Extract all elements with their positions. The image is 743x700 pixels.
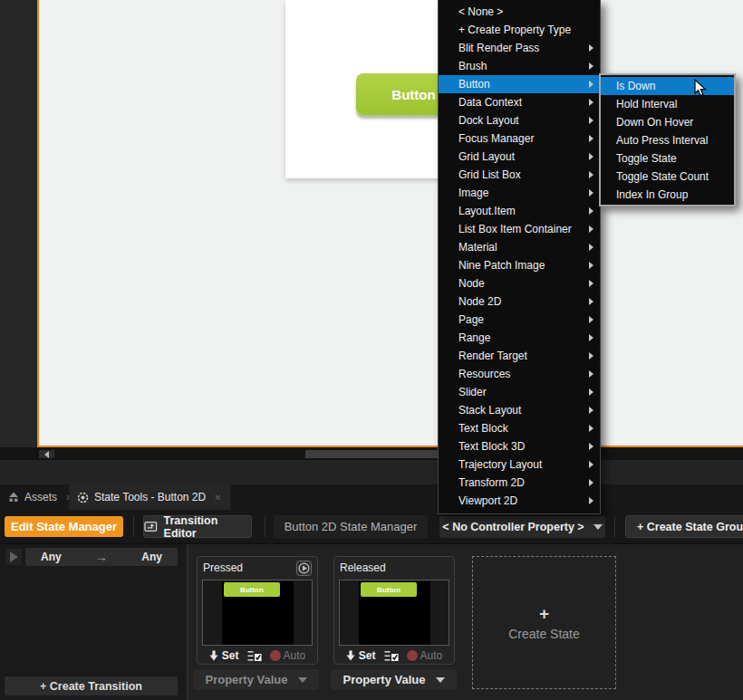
menu-item-blit-render-pass[interactable]: Blit Render Pass [439,39,600,57]
scroll-left-button[interactable] [39,450,54,458]
submenu-item-is-down[interactable]: Is Down [601,77,734,95]
property-value-label: Property Value [205,673,287,686]
transition-editor-icon [144,521,158,532]
submenu-item-hold-interval[interactable]: Hold Interval [601,95,734,113]
auto-toggle[interactable]: Auto [407,649,443,662]
transition-arrow-icon: → [95,550,108,564]
submenu-arrow-icon [589,225,593,233]
play-transition-button[interactable] [5,549,22,565]
menu-item-label: Range [458,331,490,344]
property-value-dropdown-pressed[interactable]: Property Value [193,669,319,690]
submenu-item-toggle-state[interactable]: Toggle State [601,149,734,168]
submenu-arrow-icon [589,425,593,432]
set-button[interactable]: Set [346,649,376,662]
menu-item-stack-layout[interactable]: Stack Layout [439,401,600,419]
property-type-menu: < None >+ Create Property TypeBlit Rende… [438,0,601,514]
state-pressed-preview: Button [202,580,313,646]
tab-assets-label: Assets [24,491,57,503]
set-button[interactable]: Set [209,649,239,662]
preview-button-label: Button [240,586,264,594]
menu-item-label: Viewport 2D [458,494,517,507]
submenu-item-auto-press-interval[interactable]: Auto Press Interval [601,131,734,149]
edit-state-manager-button[interactable]: Edit State Manager [5,516,123,537]
menu-item-viewport-2d[interactable]: Viewport 2D [439,492,600,510]
menu-item-focus-manager[interactable]: Focus Manager [439,129,600,148]
controller-property-dropdown[interactable]: < No Controller Property > [439,516,605,538]
state-tools-icon [77,492,89,503]
create-state-label: Create State [508,627,580,641]
property-value-dropdown-released[interactable]: Property Value [331,669,457,690]
menu-item-dock-layout[interactable]: Dock Layout [439,111,600,129]
toolbar-separator [265,516,265,537]
menu-item-nine-patch-image[interactable]: Nine Patch Image [439,256,600,274]
menu-item-create-property-type[interactable]: + Create Property Type [439,21,600,39]
menu-item-grid-layout[interactable]: Grid Layout [439,148,600,166]
menu-item-page[interactable]: Page [439,311,600,329]
menu-item-node-2d[interactable]: Node 2D [439,292,600,311]
mouse-cursor [694,79,708,98]
state-card-pressed-header: Pressed [198,557,317,579]
menu-item-transform-2d[interactable]: Transform 2D [439,474,600,492]
submenu-item-label: Auto Press Interval [616,134,708,147]
submenu-arrow-icon [589,81,593,88]
state-card-pressed[interactable]: Pressed Button Se [197,556,318,665]
auto-toggle[interactable]: Auto [270,649,306,662]
submenu-item-label: Is Down [616,80,655,92]
submenu-arrow-icon [589,407,593,414]
menu-item-text-block[interactable]: Text Block [439,419,600,437]
set-arrow-down-icon [346,650,355,661]
submenu-arrow-icon [589,117,593,124]
menu-item-range[interactable]: Range [439,329,600,347]
menu-item-label: + Create Property Type [458,24,571,36]
menu-item-slider[interactable]: Slider [439,383,600,401]
create-state-button[interactable]: + Create State [472,556,616,689]
menu-item-data-context[interactable]: Data Context [439,93,600,111]
menu-item-trajectory-layout[interactable]: Trajectory Layout [439,455,600,474]
menu-item-label: Grid List Box [458,168,521,181]
edit-properties-icon[interactable] [247,650,262,662]
bottom-tab-bar: Assets ✕ State Tools - Button 2D ✕ [0,484,743,510]
menu-item-resources[interactable]: Resources [439,365,600,383]
menu-item-grid-list-box[interactable]: Grid List Box [439,166,600,184]
edit-properties-icon[interactable] [384,650,399,662]
submenu-item-label: Toggle State [616,152,677,165]
menu-item-brush[interactable]: Brush [439,57,600,75]
transition-editor-button[interactable]: Transition Editor [143,515,252,538]
menu-item-image[interactable]: Image [439,184,600,202]
tab-state-tools[interactable]: State Tools - Button 2D ✕ [69,484,230,510]
menu-item-label: Page [458,313,484,326]
auto-label: Auto [420,649,443,662]
menu-item-label: Transform 2D [458,476,525,489]
scroll-left-icon [44,451,49,458]
submenu-arrow-icon [589,370,593,378]
menu-item-label: Dock Layout [458,114,519,127]
create-transition-button[interactable]: + Create Transition [5,676,178,695]
submenu-item-label: Toggle State Count [616,170,709,183]
state-card-released[interactable]: Released Button Set [333,556,455,665]
submenu-item-index-in-group[interactable]: Index In Group [601,186,734,204]
menu-item-render-target[interactable]: Render Target [439,347,600,365]
create-state-group-button[interactable]: + Create State Group [625,515,743,538]
submenu-arrow-icon [589,189,593,197]
submenu-arrow-icon [589,171,593,178]
menu-item-label: Text Block 3D [458,440,525,453]
menu-item-text-block-3d[interactable]: Text Block 3D [439,437,600,455]
submenu-item-label: Down On Hover [616,116,693,129]
menu-item-material[interactable]: Material [439,238,600,256]
menu-item-node[interactable]: Node [439,274,600,292]
chevron-down-icon [436,677,445,683]
menu-item-label: Trajectory Layout [458,458,542,471]
menu-item-layout-item[interactable]: Layout.Item [439,202,600,220]
submenu-item-down-on-hover[interactable]: Down On Hover [601,113,734,131]
tab-state-tools-close-icon[interactable]: ✕ [214,493,221,503]
menu-item-label: Render Target [458,350,527,362]
menu-item-none[interactable]: < None > [439,3,600,21]
menu-item-button[interactable]: Button [439,75,600,93]
submenu-item-toggle-state-count[interactable]: Toggle State Count [601,168,734,186]
submenu-arrow-icon [589,388,593,396]
submenu-arrow-icon [589,443,593,450]
set-label: Set [222,649,239,662]
preview-state-icon[interactable] [296,561,312,576]
transition-any-to-any[interactable]: Any → Any [25,548,178,566]
menu-item-list-box-item-container[interactable]: List Box Item Container [439,220,600,238]
